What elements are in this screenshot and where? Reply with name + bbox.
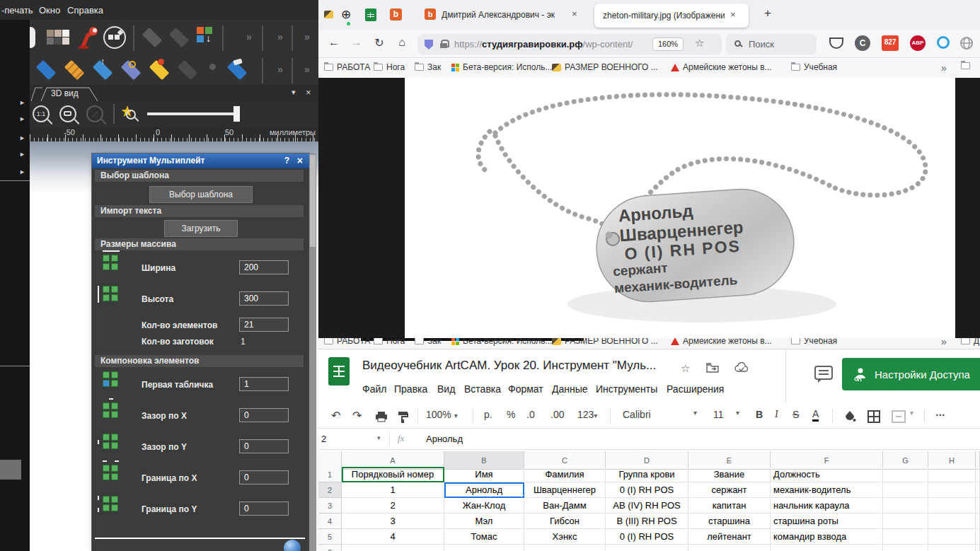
bookmark-folder[interactable]: РАБОТА (324, 62, 370, 72)
tab-zheton-active[interactable]: zheton-military.jpg (Изображение × (594, 4, 749, 28)
cell-A3[interactable]: 2 (342, 498, 444, 514)
cell-D5[interactable]: 0 (I) RH POS (606, 529, 688, 545)
cell-H2[interactable] (928, 482, 976, 498)
toolbar-overflow-icon[interactable]: » (304, 64, 309, 75)
cell-F2[interactable]: механик-водитель (771, 482, 883, 498)
move-folder-icon[interactable] (706, 362, 719, 373)
print-icon[interactable] (375, 411, 388, 422)
bookmark-folder[interactable]: Нога (374, 338, 405, 346)
sidebar-expand-icon[interactable]: ► (19, 168, 25, 175)
bookmarks-overflow-icon[interactable]: » (941, 62, 947, 74)
menu-format[interactable]: Формат (508, 383, 543, 395)
height-input[interactable] (239, 291, 289, 306)
cell-C6[interactable] (524, 545, 606, 551)
orange-slab-tool-icon[interactable] (64, 60, 84, 80)
pinned-sheets-tab[interactable] (365, 8, 376, 21)
border-y-input[interactable] (239, 501, 289, 516)
cell-C3[interactable]: Ван-Дамм (524, 498, 606, 514)
zoom-slider-track[interactable] (147, 112, 239, 115)
cell-F4[interactable]: старшина роты (771, 514, 883, 529)
cell-A1[interactable]: Порядковый номер (342, 467, 444, 482)
cell-B2-selected[interactable]: Арнольд (444, 482, 524, 498)
search-field[interactable]: Поиск (726, 34, 817, 54)
cell-G6[interactable] (883, 545, 928, 551)
cell-F3[interactable]: начльник караула (771, 498, 883, 514)
name-box-arrow[interactable]: ▾ (377, 434, 381, 441)
sidebar-expand-icon[interactable]: ► (19, 115, 25, 122)
counter-extension-icon[interactable]: 827 (882, 35, 899, 51)
dialog-titlebar[interactable]: Инструмент Мультиплейт (92, 153, 309, 168)
row-header[interactable]: 3 (318, 498, 342, 514)
dialog-close-icon[interactable]: × (297, 155, 303, 166)
menu-help[interactable]: Справка (67, 5, 103, 16)
cell-D6[interactable] (606, 545, 688, 551)
increase-decimals-button[interactable]: .00 (550, 409, 564, 420)
new-tab-button[interactable]: + (764, 6, 771, 21)
sidebar-expand-icon[interactable]: ► (19, 151, 25, 158)
text-color-button[interactable]: A (812, 409, 819, 422)
bold-button[interactable]: B (756, 409, 763, 420)
toolbar-overflow-icon[interactable]: » (277, 31, 282, 42)
bookmark-folder[interactable]: Д (961, 338, 979, 346)
tracking-shield-icon[interactable] (425, 40, 433, 50)
share-button[interactable]: Настройки Доступа (842, 358, 980, 390)
row-header[interactable]: 6 (318, 545, 342, 551)
cell-C1[interactable]: Фамилия (524, 467, 606, 482)
cell-A4[interactable]: 3 (342, 514, 444, 529)
name-box[interactable]: 2 (321, 434, 326, 444)
color-array-icon[interactable]: ↓ (197, 27, 218, 48)
sidebar-expand-icon[interactable]: ► (19, 134, 25, 141)
cell-C2[interactable]: Шварценнегер (524, 482, 606, 498)
tab-list-icon[interactable]: ▾ (292, 88, 296, 97)
cell-H3[interactable] (928, 498, 976, 514)
gap-y-input[interactable] (239, 439, 289, 453)
cell-E4[interactable]: старшина (688, 514, 771, 529)
cell-H5[interactable] (928, 529, 976, 545)
cell-D2[interactable]: 0 (I) RH POS (606, 482, 688, 498)
first-plate-input[interactable] (239, 377, 289, 391)
menu-view[interactable]: Вид (437, 383, 455, 395)
toolbar-overflow-icon[interactable]: » (277, 64, 282, 75)
pinned-image-tab[interactable] (324, 11, 333, 18)
cell-B3[interactable]: Жан-Клод (444, 498, 524, 514)
decrease-decimals-button[interactable]: .0 (526, 409, 535, 420)
zoom-slider-handle[interactable] (234, 106, 240, 122)
bookmark-beta[interactable]: Бета-версия: Исполь... (451, 338, 552, 346)
bookmark-tokens[interactable]: Армейские жетоны в... (671, 62, 772, 72)
italic-button[interactable]: I (775, 409, 778, 420)
menu-insert[interactable]: Вставка (464, 383, 501, 395)
preview-circle-icon[interactable] (103, 26, 126, 49)
merge-cells-icon[interactable] (892, 410, 906, 423)
pinned-b-tab[interactable]: b (390, 8, 402, 21)
load-button[interactable]: Загрузить (164, 220, 238, 237)
bookmark-folder[interactable]: Учебная (791, 338, 837, 346)
document-status-cloud-icon[interactable] (734, 362, 749, 373)
extension-c-icon[interactable]: C (855, 35, 870, 51)
cell-E5[interactable]: лейтенант (688, 529, 771, 545)
dialog-help-icon[interactable]: ? (284, 156, 289, 166)
tab-close-icon[interactable]: × (306, 87, 311, 98)
zoom-select[interactable]: 100% ▾ (426, 409, 458, 420)
width-input[interactable] (239, 260, 289, 274)
cell-C5[interactable]: Хэнкс (524, 529, 606, 545)
paint-format-icon[interactable] (398, 411, 409, 423)
back-button[interactable]: ← (325, 36, 342, 49)
menu-file[interactable]: Файл (362, 383, 386, 395)
cell-B5[interactable]: Томас (444, 529, 524, 545)
cell-B1[interactable]: Имя (444, 467, 524, 482)
formula-input[interactable]: Арнольд (426, 434, 463, 444)
row-header[interactable]: 1 (318, 467, 342, 482)
globe-extension-icon[interactable] (959, 36, 974, 50)
help-sphere-icon[interactable] (284, 540, 301, 551)
cell-F6[interactable] (771, 545, 883, 551)
blue-wedge-tool-icon[interactable] (36, 60, 56, 80)
toolbar-overflow-icon[interactable]: » (246, 31, 250, 42)
bookmark-size[interactable]: РАЗМЕР ВОЕННОГО ... (552, 338, 658, 346)
fill-handle[interactable] (521, 495, 524, 498)
row-header[interactable]: 4 (318, 514, 342, 529)
cell-F5[interactable]: командир взвода (771, 529, 883, 545)
adblock-plus-icon[interactable]: ABP (910, 35, 926, 51)
bookmark-size[interactable]: РАЗМЕР ВОЕННОГО ... (552, 62, 658, 72)
zoom-rect-icon[interactable] (59, 105, 76, 122)
row-header[interactable]: 2 (318, 482, 342, 498)
